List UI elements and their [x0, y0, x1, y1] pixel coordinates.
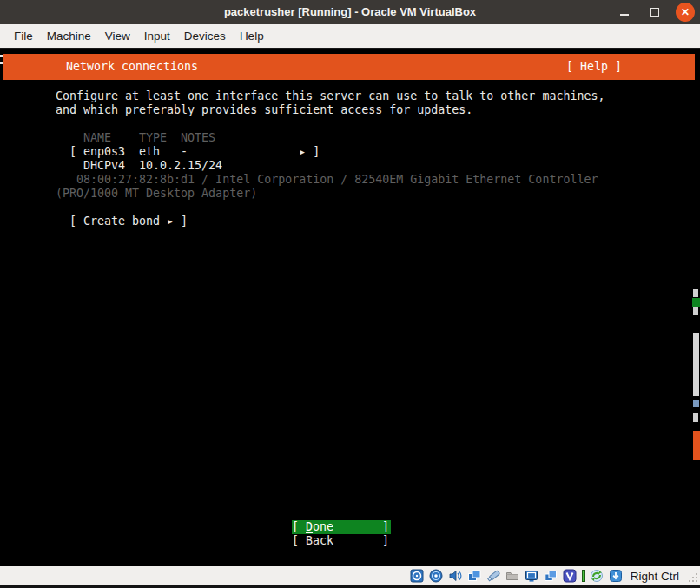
- minimize-button[interactable]: [615, 3, 634, 22]
- menubar: File Machine View Input Devices Help: [0, 24, 700, 49]
- menu-file[interactable]: File: [7, 24, 40, 48]
- screen-edge-artifact: [693, 307, 698, 315]
- screen-edge-artifact: [693, 413, 698, 422]
- screen-edge-artifact: [693, 431, 700, 460]
- intro-line-2: and which preferably provides sufficient…: [56, 103, 472, 117]
- back-button[interactable]: [ Back ]: [292, 534, 391, 548]
- menu-help[interactable]: Help: [233, 24, 271, 48]
- window-controls: ✕: [615, 0, 695, 24]
- screen-edge-artifact: [693, 333, 699, 396]
- usb-icon[interactable]: [486, 569, 501, 584]
- screen-edge-artifact: [0, 55, 3, 57]
- hard-disk-icon[interactable]: [410, 569, 425, 584]
- statusbar: Right Ctrl: [0, 566, 700, 588]
- resize-grip[interactable]: [689, 570, 697, 582]
- menu-view[interactable]: View: [98, 24, 137, 48]
- installer-page-title: Network connections: [66, 54, 198, 80]
- dhcp-address-row: DHCPv4 10.0.2.15/24: [56, 159, 222, 173]
- mac-info-line-2: (PRO/1000 MT Desktop Adapter): [56, 187, 257, 201]
- shared-folders-icon[interactable]: [505, 569, 520, 584]
- mac-info-line-1: 08:00:27:82:8b:d1 / Intel Corporation / …: [56, 173, 598, 187]
- menu-input[interactable]: Input: [137, 24, 177, 48]
- mouse-integration-icon[interactable]: [590, 569, 604, 584]
- recording-icon[interactable]: [544, 569, 558, 584]
- optical-disk-icon[interactable]: [429, 569, 444, 584]
- menu-devices[interactable]: Devices: [177, 24, 233, 48]
- screen-edge-artifact: [693, 400, 699, 407]
- minimize-icon: [620, 14, 629, 16]
- table-column-headers: NAME TYPE NOTES: [56, 131, 215, 145]
- host-key-label: Right Ctrl: [631, 570, 679, 583]
- display-icon[interactable]: [525, 569, 539, 584]
- interface-row-enp0s3[interactable]: [ enp0s3 eth - ▸ ]: [56, 145, 320, 159]
- close-button[interactable]: ✕: [676, 3, 695, 22]
- features-icon[interactable]: [563, 569, 578, 584]
- done-hotkey: D: [306, 520, 313, 533]
- done-button[interactable]: [ Done ]: [292, 520, 391, 534]
- done-rest: one ]: [313, 520, 389, 533]
- maximize-button[interactable]: [645, 3, 664, 22]
- screen-edge-artifact: [692, 298, 700, 307]
- network-icon[interactable]: [467, 569, 482, 584]
- vm-display[interactable]: Network connections [ Help ] Configure a…: [0, 49, 700, 566]
- cpu-indicator: [582, 570, 585, 582]
- virtualbox-window: packetrusher [Running] - Oracle VM Virtu…: [0, 0, 700, 588]
- done-open: [: [292, 520, 306, 533]
- keyboard-capture-icon[interactable]: [609, 569, 624, 584]
- intro-line-1: Configure at least one interface this se…: [56, 89, 604, 103]
- screen-edge-artifact: [0, 62, 3, 64]
- window-title: packetrusher [Running] - Oracle VM Virtu…: [0, 0, 700, 24]
- screen-edge-artifact: [693, 289, 698, 297]
- help-button[interactable]: [ Help ]: [566, 54, 622, 80]
- menu-machine[interactable]: Machine: [40, 24, 98, 48]
- maximize-icon: [650, 8, 659, 17]
- audio-icon[interactable]: [448, 569, 463, 584]
- create-bond-button[interactable]: [ Create bond ▸ ]: [56, 215, 188, 228]
- titlebar[interactable]: packetrusher [Running] - Oracle VM Virtu…: [0, 0, 700, 24]
- installer-header: Network connections [ Help ]: [3, 54, 695, 80]
